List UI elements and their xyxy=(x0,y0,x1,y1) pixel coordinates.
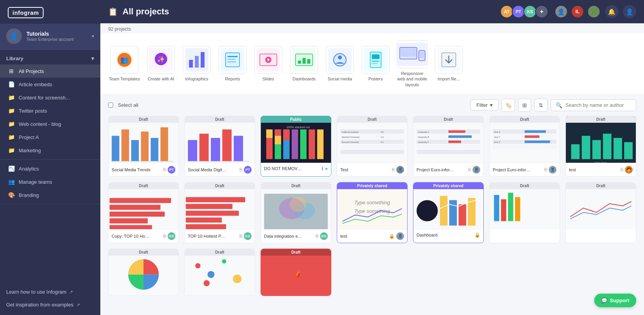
svg-rect-23 xyxy=(307,59,310,64)
project-card-10[interactable]: Draft Data integration ex... ⎘ KS xyxy=(261,182,331,243)
sidebar-item-branding[interactable]: 🎨 Branding xyxy=(0,188,100,202)
select-all-label: Select all xyxy=(118,102,138,108)
copy-icon[interactable]: ⎘ xyxy=(621,167,623,172)
project-card-2[interactable]: Draft Social Media Digital... ⎘ PT xyxy=(184,116,255,177)
svg-rect-122 xyxy=(440,196,448,225)
project-card-8[interactable]: Draft Copy: TOP 10 Hotte... ⎘ KS xyxy=(108,182,179,243)
sidebar-bottom: Learn how to use Infogram ↗ Get inspirat… xyxy=(0,282,100,315)
folder-icon: 📁 xyxy=(8,147,15,153)
card-badge-draft: Draft xyxy=(490,183,560,189)
search-box[interactable]: 🔍 xyxy=(551,99,636,111)
card-actions-5: ⎘ 👤 xyxy=(468,166,480,174)
select-all-checkbox[interactable] xyxy=(108,103,113,108)
sidebar-item-label: Branding xyxy=(19,192,39,198)
project-card-7[interactable]: Draft 2020 2021 test ⎘ 🧑 xyxy=(565,116,636,177)
user-photo-1[interactable]: 👤 xyxy=(555,5,568,18)
sidebar-item-content-screenshots[interactable]: 📁 Content for screensh... xyxy=(0,91,100,104)
template-item-posters[interactable]: Posters xyxy=(359,43,393,85)
svg-text:University A: University A xyxy=(418,131,429,133)
copy-icon[interactable]: ⎘ xyxy=(240,233,242,239)
search-input[interactable] xyxy=(565,102,628,108)
template-item-responsive[interactable]: Responsive web and mobile layouts xyxy=(394,37,430,90)
project-card-3[interactable]: Public 100% stacked cor DO NO xyxy=(261,116,331,177)
project-card-5[interactable]: Draft University A University B Universi… xyxy=(413,116,484,177)
sidebar-item-twitter-posts[interactable]: 📁 Twitter posts xyxy=(0,104,100,117)
project-card-12[interactable]: Privately shared Dashboard 🔒 xyxy=(413,182,484,243)
project-card-17[interactable]: Draft 🌶️ xyxy=(261,249,331,296)
template-item-social-media[interactable]: Social media xyxy=(323,43,357,85)
grid-view-button[interactable]: ⊞ xyxy=(518,99,531,112)
copy-icon[interactable]: ⎘ xyxy=(544,167,547,172)
project-card-11[interactable]: Privately shared Type something Type som… xyxy=(337,182,408,243)
card-badge-draft: Draft xyxy=(566,116,636,123)
learn-link[interactable]: Learn how to use Infogram ↗ xyxy=(0,285,100,298)
svg-rect-98 xyxy=(582,136,590,159)
sort-button[interactable]: ⇅ xyxy=(534,99,548,112)
library-section-header[interactable]: Library ▾ xyxy=(0,50,100,64)
sidebar-item-manage-teams[interactable]: 👥 Manage teams xyxy=(0,175,100,188)
profile-button[interactable]: 👤 xyxy=(623,5,636,18)
search-icon: 🔍 xyxy=(556,102,562,108)
sidebar-item-analytics[interactable]: 📉 Analytics xyxy=(0,162,100,175)
user-avatar-pt[interactable]: PT xyxy=(512,5,525,18)
project-card-14[interactable]: Draft xyxy=(565,182,636,243)
sidebar-item-marketing[interactable]: 📁 Marketing xyxy=(0,144,100,157)
project-card-6[interactable]: Draft Univ X Univ Y Univ Z Project Euro-… xyxy=(489,116,560,177)
avatar: 👤 xyxy=(6,28,22,44)
tag-icon-button[interactable]: 🏷️ xyxy=(502,99,515,112)
user-avatar-more[interactable]: + xyxy=(535,5,548,18)
template-icon-responsive xyxy=(397,40,428,68)
sidebar-item-all-projects[interactable]: ⊞ All Projects xyxy=(0,64,100,78)
sidebar-item-article-embeds[interactable]: 📄 Article embeds xyxy=(0,78,100,91)
sidebar-item-label: Manage teams xyxy=(19,179,52,185)
copy-icon[interactable]: ⎘ xyxy=(240,167,242,172)
card-name-5: Project Euro-inform... xyxy=(416,167,455,172)
template-item-team-templates[interactable]: 👥 Team Templates xyxy=(107,43,142,85)
template-item-import[interactable]: Import file... xyxy=(432,43,466,85)
logo[interactable]: infogram xyxy=(8,7,44,18)
info-icon[interactable]: ℹ xyxy=(322,166,324,171)
card-footer-6: Project Euro-inform... ⎘ 👤 xyxy=(490,163,560,176)
support-button[interactable]: 💬 Support xyxy=(594,294,636,307)
template-item-dashboards[interactable]: Dashboards xyxy=(287,43,321,85)
copy-icon[interactable]: ⎘ xyxy=(468,167,471,172)
card-footer-9: TOP 10 Hottest Pep... ⎘ KS xyxy=(185,229,255,243)
lock-icon[interactable]: 🔒 xyxy=(389,233,395,239)
svg-rect-107 xyxy=(110,212,165,217)
sidebar-item-label: Project A xyxy=(19,134,39,140)
template-label: Team Templates xyxy=(109,76,140,82)
svg-rect-62 xyxy=(300,129,306,159)
template-label: Import file... xyxy=(438,76,460,82)
project-card-15[interactable]: Draft xyxy=(108,249,179,296)
template-item-create-ai[interactable]: ✨ Create with AI xyxy=(144,43,178,85)
template-item-slides[interactable]: Slides xyxy=(251,43,285,85)
project-card-4[interactable]: Draft California Institute 4.5 Stanford … xyxy=(337,116,408,177)
template-item-reports[interactable]: Reports xyxy=(215,43,250,85)
library-label: Library xyxy=(6,56,23,61)
lock-icon[interactable]: 🔒 xyxy=(474,232,480,238)
card-preview-4: Draft California Institute 4.5 Stanford … xyxy=(337,116,407,163)
project-card-9[interactable]: Draft TOP 10 Hottest Pep... ⎘ KS xyxy=(184,182,255,243)
template-label: Create with AI xyxy=(148,76,174,82)
sidebar-item-web-content[interactable]: 📁 Web content - blog xyxy=(0,117,100,131)
sidebar-item-project-a[interactable]: 📁 Project A xyxy=(0,131,100,144)
project-card-16[interactable]: Draft xyxy=(184,249,255,296)
copy-icon[interactable]: ⎘ xyxy=(163,233,166,239)
notifications-button[interactable]: 🔔 xyxy=(605,5,618,18)
inspiration-link[interactable]: Get inspiration from examples ↗ xyxy=(0,298,100,311)
user-avatar-at[interactable]: AT xyxy=(500,5,513,18)
filter-button[interactable]: Filter ▾ xyxy=(471,99,499,111)
copy-icon[interactable]: ⎘ xyxy=(392,167,395,172)
copy-icon[interactable]: ⎘ xyxy=(163,167,166,172)
card-preview-8: Draft xyxy=(108,183,178,229)
template-item-infographics[interactable]: Infographics xyxy=(180,43,214,85)
copy-icon[interactable]: ⎘ xyxy=(316,233,318,239)
user-photo-3[interactable]: 🌿 xyxy=(587,5,600,18)
project-card-13[interactable]: Draft xyxy=(489,182,560,243)
project-card-1[interactable]: Draft 2019 Social Media Trends ⎘ PT xyxy=(108,116,179,177)
account-switcher[interactable]: 👤 Tutorials Team Enterprise account ▾ xyxy=(0,24,100,50)
user-avatar-ks[interactable]: KS xyxy=(523,5,537,18)
user-photo-2[interactable]: IL xyxy=(571,5,584,18)
header: 📋 All projects AT PT KS + 👤 IL 🌿 🔔 👤 xyxy=(100,0,644,23)
template-icon-dashboards xyxy=(290,46,318,74)
